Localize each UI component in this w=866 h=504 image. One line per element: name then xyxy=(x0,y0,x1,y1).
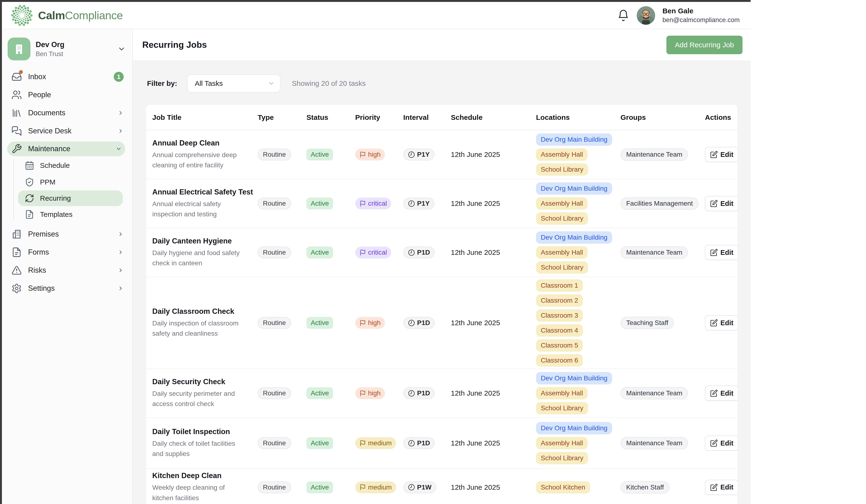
job-description: Daily inspection of classroom safety and… xyxy=(152,318,247,339)
job-title: Daily Classroom Check xyxy=(152,307,234,316)
job-title: Daily Canteen Hygiene xyxy=(152,237,232,245)
job-description: Annual electrical safety inspection and … xyxy=(152,199,247,219)
table-header-row: Job Title Type Status Priority Interval … xyxy=(146,105,737,130)
sidebar-item-label: Risks xyxy=(28,266,111,275)
status-badge: Active xyxy=(307,247,333,259)
edit-button[interactable]: Edit xyxy=(705,147,737,162)
sidebar-item-templates[interactable]: Templates xyxy=(2,206,132,223)
edit-pencil-icon xyxy=(710,319,718,327)
flag-icon xyxy=(359,151,366,158)
brand-logo[interactable]: CalmCompliance xyxy=(10,3,123,27)
job-title: Annual Deep Clean xyxy=(152,139,220,147)
interval-label: P1Y xyxy=(417,200,430,207)
chevron-right-icon xyxy=(118,249,124,255)
status-badge: Active xyxy=(307,437,333,449)
shield-check-icon xyxy=(25,177,34,187)
priority-badge: high xyxy=(355,317,385,329)
table-row: Daily Toilet InspectionDaily check of to… xyxy=(146,418,737,469)
edit-button[interactable]: Edit xyxy=(705,245,737,260)
sidebar-item-forms[interactable]: Forms xyxy=(2,243,132,261)
clock-icon xyxy=(408,151,415,158)
filter-bar: Filter by: All Tasks Showing 20 of 20 ta… xyxy=(147,75,737,92)
locations-cell: Dev Org Main Building Assembly Hall Scho… xyxy=(533,133,617,176)
sidebar-item-label: Forms xyxy=(28,248,111,256)
edit-button[interactable]: Edit xyxy=(705,480,737,495)
avatar-illustration xyxy=(637,6,655,25)
interval-label: P1Y xyxy=(417,151,430,158)
sidebar-item-maintenance[interactable]: Maintenance xyxy=(7,141,125,156)
edit-button[interactable]: Edit xyxy=(705,436,737,451)
edit-pencil-icon xyxy=(710,439,718,447)
main-area: Recurring Jobs Add Recurring Job Filter … xyxy=(133,29,751,504)
warning-triangle-icon xyxy=(11,265,22,276)
location-badge: School Library xyxy=(536,212,588,225)
sidebar-item-label: Inbox xyxy=(28,72,108,81)
locations-cell: Dev Org Main Building Assembly Hall Scho… xyxy=(533,372,617,414)
sidebar-item-premises[interactable]: Premises xyxy=(2,225,132,243)
group-badge: Maintenance Team xyxy=(621,387,688,399)
clock-icon xyxy=(408,200,415,207)
library-icon xyxy=(11,108,22,118)
sidebar-item-ppm[interactable]: PPM xyxy=(2,174,132,191)
top-bar: CalmCompliance Ben Gale ben@c xyxy=(2,2,751,29)
priority-badge: critical xyxy=(355,247,391,259)
edit-button[interactable]: Edit xyxy=(705,315,737,331)
sidebar-item-settings[interactable]: Settings xyxy=(2,279,132,297)
edit-button[interactable]: Edit xyxy=(705,196,737,211)
location-badge: Dev Org Main Building xyxy=(536,422,612,434)
user-menu[interactable]: Ben Gale ben@calmcompliance.com xyxy=(662,7,740,24)
edit-pencil-icon xyxy=(710,483,718,491)
chevron-down-icon xyxy=(115,146,122,152)
schedule-date: 12th June 2025 xyxy=(447,439,533,447)
sidebar-item-documents[interactable]: Documents xyxy=(2,104,132,122)
sidebar-item-label: Settings xyxy=(28,284,111,293)
sidebar-item-schedule[interactable]: Schedule xyxy=(2,157,132,174)
sidebar-item-people[interactable]: People xyxy=(2,86,132,104)
column-header-job-title: Job Title xyxy=(146,113,254,122)
sidebar-item-service-desk[interactable]: Service Desk xyxy=(2,122,132,140)
job-description: Annual comprehensive deep cleaning of en… xyxy=(152,150,247,170)
sidebar-item-risks[interactable]: Risks xyxy=(2,261,132,279)
column-header-type: Type xyxy=(254,113,303,122)
location-badge: Classroom 6 xyxy=(536,354,583,367)
sidebar-item-recurring[interactable]: Recurring xyxy=(18,191,123,206)
chevron-right-icon xyxy=(118,267,124,273)
group-badge: Facilities Management xyxy=(621,197,699,210)
table-row: Annual Electrical Safety TestAnnual elec… xyxy=(146,179,737,228)
chevron-down-icon xyxy=(268,80,275,87)
job-description: Daily check of toilet facilities and sup… xyxy=(152,438,247,459)
location-badge: Classroom 1 xyxy=(536,279,583,292)
add-recurring-job-button[interactable]: Add Recurring Job xyxy=(666,36,743,54)
edit-button[interactable]: Edit xyxy=(705,386,737,401)
table-row: Daily Classroom CheckDaily inspection of… xyxy=(146,277,737,369)
sidebar-item-inbox[interactable]: Inbox 1 xyxy=(2,68,132,86)
clock-icon xyxy=(408,249,415,256)
notifications-bell-icon[interactable] xyxy=(617,9,630,22)
table-row: Daily Security CheckDaily security perim… xyxy=(146,369,737,418)
task-filter-select[interactable]: All Tasks xyxy=(187,75,280,92)
priority-badge: high xyxy=(355,149,385,160)
user-email: ben@calmcompliance.com xyxy=(662,16,740,24)
page-content: Filter by: All Tasks Showing 20 of 20 ta… xyxy=(133,61,751,504)
sidebar-item-label: Templates xyxy=(40,210,132,218)
chat-bubbles-icon xyxy=(11,126,22,136)
type-badge: Routine xyxy=(258,481,291,493)
job-title: Annual Electrical Safety Test xyxy=(152,188,253,196)
people-icon xyxy=(11,90,22,100)
location-badge: School Library xyxy=(536,402,588,414)
flag-icon xyxy=(359,320,366,326)
page-header: Recurring Jobs Add Recurring Job xyxy=(133,29,751,61)
user-avatar[interactable] xyxy=(637,6,655,25)
org-selector[interactable]: Dev Org Ben Trust xyxy=(8,36,126,62)
location-badge: School Library xyxy=(536,261,588,274)
flag-icon xyxy=(359,201,366,207)
location-badge: Dev Org Main Building xyxy=(536,231,612,244)
job-title: Kitchen Deep Clean xyxy=(152,471,222,480)
edit-button-label: Edit xyxy=(720,151,733,159)
interval-badge: P1D xyxy=(403,317,435,329)
document-icon xyxy=(25,210,34,219)
clock-icon xyxy=(408,440,415,447)
priority-badge: medium xyxy=(355,481,396,493)
inbox-icon xyxy=(11,71,22,82)
results-summary: Showing 20 of 20 tasks xyxy=(292,79,366,88)
